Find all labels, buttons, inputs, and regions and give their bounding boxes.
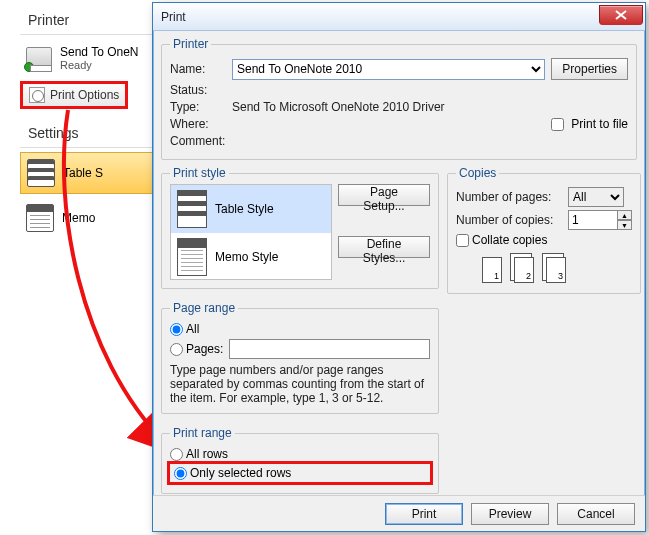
pages-input[interactable] bbox=[229, 339, 430, 359]
copies-spin-down[interactable]: ▼ bbox=[617, 220, 632, 230]
collate-illustration: 1 2 3 bbox=[482, 257, 632, 283]
page-range-all-radio[interactable] bbox=[170, 323, 183, 336]
copies-spin-up[interactable]: ▲ bbox=[617, 210, 632, 220]
print-range-legend: Print range bbox=[170, 426, 235, 440]
num-pages-label: Number of pages: bbox=[456, 190, 568, 204]
collate-checkbox[interactable] bbox=[456, 234, 469, 247]
style-row-memo[interactable]: Memo Style bbox=[171, 233, 331, 280]
num-copies-label: Number of copies: bbox=[456, 213, 568, 227]
all-rows-radio[interactable] bbox=[170, 448, 183, 461]
print-button[interactable]: Print bbox=[385, 503, 463, 525]
print-range-allrows-row[interactable]: All rows bbox=[170, 447, 430, 461]
num-copies-input[interactable] bbox=[568, 210, 618, 230]
properties-button[interactable]: Properties bbox=[551, 58, 628, 80]
collate-row[interactable]: Collate copies bbox=[456, 233, 632, 247]
name-label: Name: bbox=[170, 62, 232, 76]
ready-badge-icon bbox=[24, 62, 34, 72]
style-list[interactable]: Table Style Memo Style bbox=[170, 184, 332, 280]
where-label: Where: bbox=[170, 117, 232, 131]
titlebar: Print bbox=[153, 3, 645, 31]
dialog-title: Print bbox=[161, 10, 599, 24]
preview-button[interactable]: Preview bbox=[471, 503, 549, 525]
page-range-legend: Page range bbox=[170, 301, 238, 315]
page-range-pages-row[interactable]: Pages: bbox=[170, 342, 223, 356]
printer-group: Printer Name: Send To OneNote 2010 Prope… bbox=[161, 37, 637, 160]
printer-name-select[interactable]: Send To OneNote 2010 bbox=[232, 59, 545, 80]
page-setup-button[interactable]: Page Setup... bbox=[338, 184, 430, 206]
only-selected-rows-label: Only selected rows bbox=[190, 466, 291, 480]
print-to-file-row[interactable]: Print to file bbox=[551, 117, 628, 131]
dialog-button-bar: Print Preview Cancel bbox=[153, 495, 645, 531]
print-options-button[interactable]: Print Options bbox=[22, 83, 126, 107]
all-rows-label: All rows bbox=[186, 447, 228, 461]
print-options-label: Print Options bbox=[50, 88, 119, 102]
style-row-table[interactable]: Table Style bbox=[171, 185, 331, 233]
comment-label: Comment: bbox=[170, 134, 232, 148]
printer-legend: Printer bbox=[170, 37, 211, 51]
settings-style-label: Memo bbox=[62, 211, 95, 225]
print-range-selected-row[interactable]: Only selected rows bbox=[170, 464, 430, 482]
copies-legend: Copies bbox=[456, 166, 499, 180]
printer-device-text: Send To OneN Ready bbox=[60, 45, 139, 71]
collate-label: Collate copies bbox=[472, 233, 547, 247]
print-style-group: Print style Table Style Memo Style bbox=[161, 166, 439, 289]
print-to-file-label: Print to file bbox=[571, 117, 628, 131]
print-style-legend: Print style bbox=[170, 166, 229, 180]
page-range-hint: Type page numbers and/or page ranges sep… bbox=[170, 363, 430, 405]
table-style-icon bbox=[27, 159, 55, 187]
print-to-file-checkbox[interactable] bbox=[551, 118, 564, 131]
page-range-pages-label: Pages: bbox=[186, 342, 223, 356]
style-row-label: Memo Style bbox=[215, 250, 278, 264]
close-icon bbox=[615, 10, 627, 20]
collate-page-icon: 3 bbox=[546, 257, 566, 283]
copies-group: Copies Number of pages: All Number of co… bbox=[447, 166, 641, 294]
settings-style-label: Table S bbox=[63, 166, 103, 180]
num-pages-select[interactable]: All bbox=[568, 187, 624, 207]
page-range-group: Page range All Pages: Type page numbers … bbox=[161, 301, 439, 414]
print-range-group: Print range All rows Only selected rows bbox=[161, 426, 439, 494]
status-label: Status: bbox=[170, 83, 232, 97]
type-label: Type: bbox=[170, 100, 232, 114]
page-range-all-row[interactable]: All bbox=[170, 322, 430, 336]
collate-page-icon: 2 bbox=[514, 257, 534, 283]
table-style-icon bbox=[177, 190, 207, 228]
printer-icon bbox=[26, 47, 52, 69]
page-range-pages-radio[interactable] bbox=[170, 343, 183, 356]
printer-device-name: Send To OneN bbox=[60, 45, 139, 59]
define-styles-button[interactable]: Define Styles... bbox=[338, 236, 430, 258]
memo-style-icon bbox=[177, 238, 207, 276]
memo-style-icon bbox=[26, 204, 54, 232]
close-button[interactable] bbox=[599, 5, 643, 25]
print-dialog: Print Printer Name: Send To OneNote 2010… bbox=[152, 2, 646, 532]
only-selected-rows-radio[interactable] bbox=[174, 467, 187, 480]
cancel-button[interactable]: Cancel bbox=[557, 503, 635, 525]
collate-page-icon: 1 bbox=[482, 257, 502, 283]
page-range-all-label: All bbox=[186, 322, 199, 336]
printer-device-status: Ready bbox=[60, 59, 139, 71]
print-options-icon bbox=[29, 87, 45, 103]
type-value: Send To Microsoft OneNote 2010 Driver bbox=[232, 100, 445, 114]
style-row-label: Table Style bbox=[215, 202, 274, 216]
